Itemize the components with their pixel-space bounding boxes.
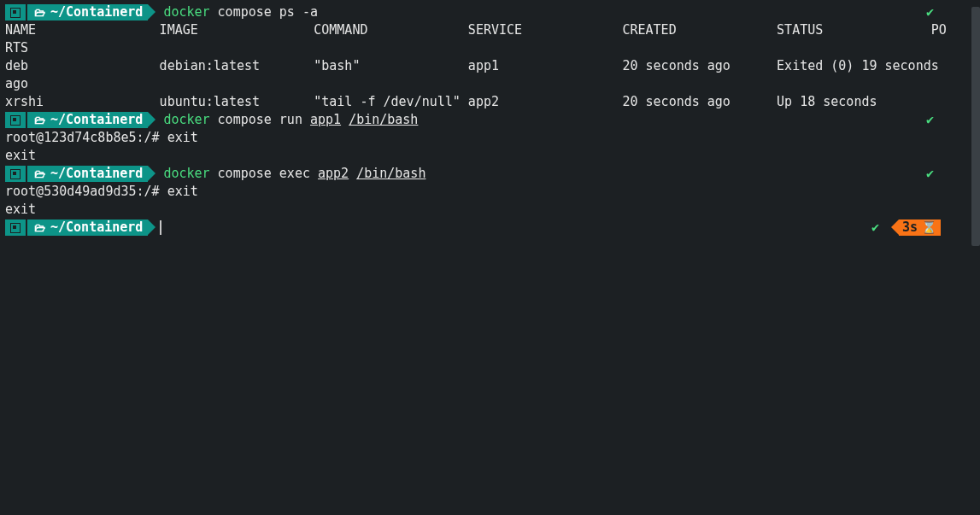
command: docker compose ps -a [163, 3, 318, 21]
prompt-line[interactable]: 🗁~/Containerddocker compose exec app2 /b… [5, 165, 975, 183]
timer-badge: 3s⌛ [899, 219, 941, 236]
output-line: exit [5, 201, 975, 219]
output-line: NAME IMAGE COMMAND SERVICE CREATED STATU… [5, 21, 975, 39]
check-icon: ✔ [926, 3, 934, 21]
manjaro-icon [5, 112, 26, 128]
prompt-line-active[interactable]: 🗁~/Containerd✔3s⌛ [5, 219, 975, 237]
manjaro-icon [5, 219, 26, 236]
path-text: ~/Containerd [50, 3, 143, 21]
path-text: ~/Containerd [50, 219, 143, 237]
manjaro-icon [5, 4, 26, 20]
terminal[interactable]: 🗁~/Containerddocker compose ps -a✔NAME I… [5, 3, 975, 237]
cursor [160, 220, 161, 235]
folder-icon: 🗁 [34, 165, 45, 183]
command: docker compose run app1 /bin/bash [163, 111, 418, 129]
output-line: RTS [5, 39, 975, 57]
folder-icon: 🗁 [34, 3, 45, 21]
path-text: ~/Containerd [50, 111, 143, 129]
output-line: ago [5, 75, 975, 93]
command: docker compose exec app2 /bin/bash [163, 165, 425, 183]
hourglass-icon: ⌛ [921, 219, 937, 237]
prompt-line[interactable]: 🗁~/Containerddocker compose run app1 /bi… [5, 111, 975, 129]
check-icon: ✔ [926, 165, 934, 183]
output-line: exit [5, 147, 975, 165]
check-icon: ✔ [871, 219, 879, 237]
output-line: root@123d74c8b8e5:/# exit [5, 129, 975, 147]
prompt-path: 🗁~/Containerd [27, 4, 148, 20]
output-line: root@530d49ad9d35:/# exit [5, 183, 975, 201]
prompt-path: 🗁~/Containerd [27, 166, 148, 182]
scrollbar-thumb[interactable] [971, 7, 980, 246]
manjaro-icon [5, 166, 26, 182]
check-icon: ✔ [926, 111, 934, 129]
prompt-line[interactable]: 🗁~/Containerddocker compose ps -a✔ [5, 3, 975, 21]
prompt-path: 🗁~/Containerd [27, 219, 148, 236]
path-text: ~/Containerd [50, 165, 143, 183]
folder-icon: 🗁 [34, 219, 45, 237]
output-line: deb debian:latest "bash" app1 20 seconds… [5, 57, 975, 75]
prompt-path: 🗁~/Containerd [27, 112, 148, 128]
folder-icon: 🗁 [34, 111, 45, 129]
output-line: xrshi ubuntu:latest "tail -f /dev/null" … [5, 93, 975, 111]
scrollbar-track [971, 0, 980, 515]
